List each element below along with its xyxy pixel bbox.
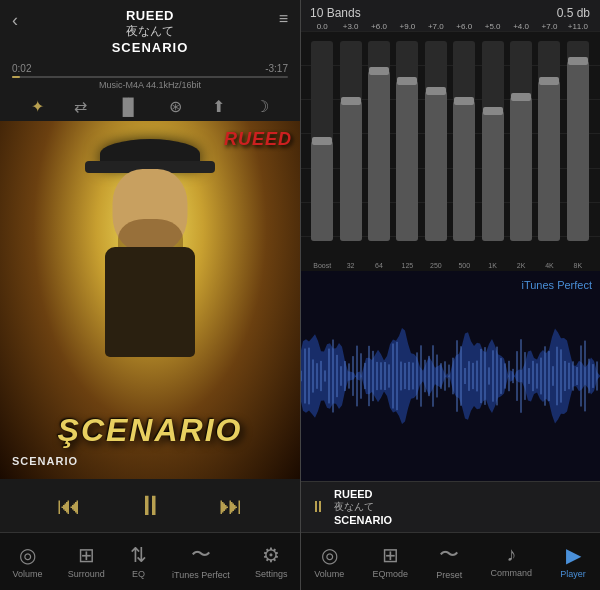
svg-rect-38 xyxy=(448,365,450,388)
eq-fill-1K xyxy=(482,111,504,241)
waveform-area: iTunes Perfect xyxy=(300,271,600,481)
eq-track-64[interactable] xyxy=(368,41,390,241)
eq-fill-4K xyxy=(538,81,560,241)
eq-track-500[interactable] xyxy=(453,41,475,241)
track-title-jp: 夜なんて xyxy=(16,23,284,40)
svg-rect-50 xyxy=(496,347,498,406)
now-playing-strip: ⏸ RUEED 夜なんて SCENARIO xyxy=(300,481,600,532)
eq-handle-32[interactable] xyxy=(341,97,361,105)
eq-bands-title: 10 Bands xyxy=(310,6,361,20)
command-rnav[interactable]: ♪ Command xyxy=(491,543,533,578)
eq-handle-2K[interactable] xyxy=(511,93,531,101)
eq-fill-32 xyxy=(340,101,362,241)
svg-rect-2 xyxy=(304,349,306,404)
back-button[interactable]: ‹ xyxy=(12,10,18,31)
svg-rect-13 xyxy=(348,363,350,388)
artist-name: RUEED xyxy=(16,8,284,23)
eq-band-125[interactable] xyxy=(396,41,418,241)
eq-fill-500 xyxy=(453,101,475,241)
svg-rect-66 xyxy=(560,349,562,402)
svg-rect-16 xyxy=(360,353,362,398)
svg-rect-68 xyxy=(568,363,570,390)
eq-track-2K[interactable] xyxy=(510,41,532,241)
eq-fill-250 xyxy=(425,91,447,241)
eq-band-32[interactable] xyxy=(340,41,362,241)
album-name: SCENARIO xyxy=(16,40,284,55)
prev-button[interactable]: ⏮ xyxy=(57,492,81,520)
svg-rect-74 xyxy=(592,364,594,388)
eq-band-Boost[interactable] xyxy=(311,41,333,241)
playback-controls: ⏮ ⏸ ⏭ xyxy=(0,479,300,532)
svg-rect-75 xyxy=(596,361,598,390)
eq-band-8K[interactable] xyxy=(567,41,589,241)
eq-header: 10 Bands 0.5 db xyxy=(300,0,600,22)
svg-rect-6 xyxy=(320,361,322,391)
eq-fill-125 xyxy=(396,81,418,241)
eq-band-2K[interactable] xyxy=(510,41,532,241)
svg-rect-17 xyxy=(364,363,366,389)
svg-rect-53 xyxy=(508,361,510,391)
menu-button[interactable]: ≡ xyxy=(279,10,288,28)
album-sub-overlay: SCENARIO xyxy=(12,455,78,467)
eq-handle-1K[interactable] xyxy=(483,107,503,115)
volume-nav[interactable]: ◎ Volume xyxy=(13,543,43,579)
eq-handle-64[interactable] xyxy=(369,67,389,75)
player-rnav[interactable]: ▶ Player xyxy=(560,543,586,579)
play-pause-button[interactable]: ⏸ xyxy=(136,489,164,522)
share-icon[interactable]: ⬆ xyxy=(212,97,225,116)
bar-chart-icon[interactable]: ▐▌ xyxy=(117,98,140,116)
eq-label-7: +4.0 xyxy=(507,22,535,31)
eq-handle-500[interactable] xyxy=(454,97,474,105)
svg-rect-26 xyxy=(400,362,402,391)
eq-track-4K[interactable] xyxy=(538,41,560,241)
eq-band-64[interactable] xyxy=(368,41,390,241)
progress-fill xyxy=(12,76,20,78)
eq-handle-8K[interactable] xyxy=(568,57,588,65)
eq-band-4K[interactable] xyxy=(538,41,560,241)
surround-nav[interactable]: ⊞ Surround xyxy=(68,543,105,579)
eq-track-1K[interactable] xyxy=(482,41,504,241)
next-button[interactable]: ⏭ xyxy=(219,492,243,520)
rnav-eqmode-label: EQmode xyxy=(372,569,408,579)
surround-label: Surround xyxy=(68,569,105,579)
mini-pause-icon[interactable]: ⏸ xyxy=(310,498,326,516)
waveform-svg xyxy=(300,271,600,481)
eq-handle-125[interactable] xyxy=(397,77,417,85)
eq-band-250[interactable] xyxy=(425,41,447,241)
body xyxy=(105,247,195,357)
eq-nav[interactable]: ⇅ EQ xyxy=(130,543,147,579)
itunes-perfect-nav[interactable]: 〜 iTunes Perfect xyxy=(172,541,230,580)
eq-handle-Boost[interactable] xyxy=(312,137,332,145)
eq-db-label: 0.5 db xyxy=(557,6,590,20)
shuffle-icon[interactable]: ✦ xyxy=(31,97,44,116)
eq-area: Boost32641252505001K2K4K8K xyxy=(300,31,600,271)
eq-track-32[interactable] xyxy=(340,41,362,241)
eqmode-rnav[interactable]: ⊞ EQmode xyxy=(372,543,408,579)
album-title-overlay: ŞCENARIO xyxy=(0,412,300,449)
eq-handle-250[interactable] xyxy=(426,87,446,95)
eq-track-Boost[interactable] xyxy=(311,41,333,241)
eq-track-250[interactable] xyxy=(425,41,447,241)
progress-track[interactable] xyxy=(12,76,288,78)
eq-label-9: +11.0 xyxy=(564,22,592,31)
svg-rect-41 xyxy=(460,346,462,405)
volume-rnav[interactable]: ◎ Volume xyxy=(314,543,344,579)
svg-rect-51 xyxy=(500,358,502,394)
moon-icon[interactable]: ☽ xyxy=(255,97,269,116)
now-playing-text: RUEED 夜なんて SCENARIO xyxy=(334,488,392,526)
progress-bar-area[interactable]: 0:02 -3:17 xyxy=(0,59,300,80)
eq-handle-4K[interactable] xyxy=(539,77,559,85)
bookmark-icon[interactable]: ⊛ xyxy=(169,97,182,116)
preset-rnav[interactable]: 〜 Preset xyxy=(436,541,462,580)
svg-rect-25 xyxy=(396,342,398,410)
settings-nav[interactable]: ⚙ Settings xyxy=(255,543,288,579)
eq-track-125[interactable] xyxy=(396,41,418,241)
repeat-icon[interactable]: ⇄ xyxy=(74,97,87,116)
svg-rect-61 xyxy=(540,358,542,395)
eq-band-1K[interactable] xyxy=(482,41,504,241)
eq-band-500[interactable] xyxy=(453,41,475,241)
eq-track-8K[interactable] xyxy=(567,41,589,241)
np-title-jp: 夜なんて xyxy=(334,500,392,514)
svg-rect-28 xyxy=(408,362,410,390)
np-artist: RUEED xyxy=(334,488,392,500)
